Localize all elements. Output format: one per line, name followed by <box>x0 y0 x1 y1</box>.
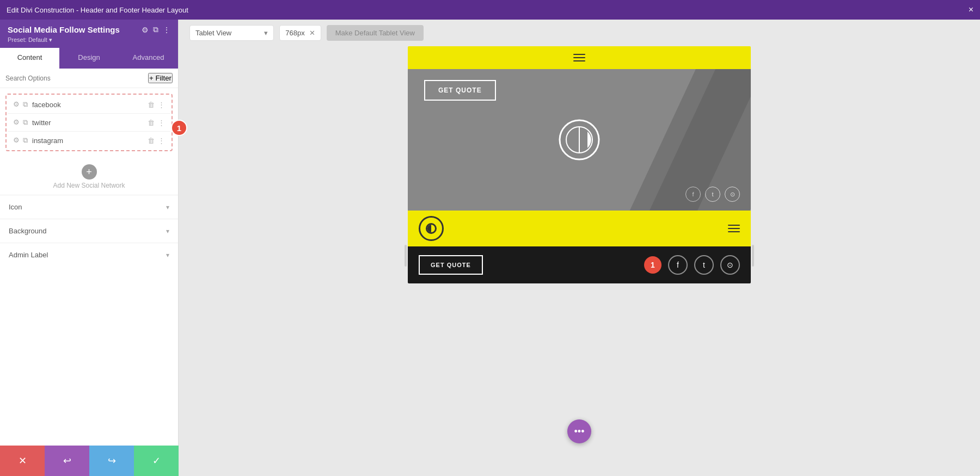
social-item-instagram[interactable]: ⚙ ⧉ instagram 🗑 ⋮ <box>8 132 170 149</box>
add-plus-icon[interactable]: + <box>82 164 97 180</box>
social-item-twitter[interactable]: ⚙ ⧉ twitter 🗑 ⋮ <box>8 114 170 132</box>
social-network-list: ⚙ ⧉ facebook 🗑 ⋮ ⚙ ⧉ twitter 🗑 ⋮ ⚙ ⧉ <box>5 94 173 151</box>
logo-circle <box>419 216 444 241</box>
list-badge: 1 <box>171 120 187 136</box>
hero-twitter-icon[interactable]: t <box>705 187 720 202</box>
footer-instagram-icon[interactable]: ⊙ <box>720 255 740 275</box>
tab-advanced[interactable]: Advanced <box>119 48 178 69</box>
view-label: Tablet View <box>195 29 231 37</box>
accordion-admin-label-text: Admin Label <box>9 251 48 259</box>
accordion-icon: Icon ▾ <box>0 195 178 219</box>
hamburger-line <box>573 54 585 55</box>
hamburger-line <box>728 228 740 229</box>
view-selector[interactable]: Tablet View ▾ <box>189 25 274 41</box>
copy-icon[interactable]: ⧉ <box>23 100 28 109</box>
footer-hamburger-icon[interactable] <box>728 225 740 232</box>
left-panel: Social Media Follow Settings ⚙ ⧉ ⋮ Prese… <box>0 20 179 476</box>
panel-title: Social Media Follow Settings <box>8 25 137 34</box>
hero-logo-icon <box>558 118 601 162</box>
px-input[interactable]: 768px ✕ <box>279 25 321 41</box>
canvas-preview: GET QUOTE f t ⊙ <box>179 46 980 476</box>
add-network-label: Add New Social Network <box>53 182 125 189</box>
resize-handle-left[interactable] <box>403 46 408 465</box>
preview-wrapper: GET QUOTE f t ⊙ <box>408 46 751 465</box>
chevron-down-icon: ▾ <box>166 251 169 259</box>
footer-facebook-icon[interactable]: f <box>668 255 688 275</box>
social-name-facebook: facebook <box>32 101 148 109</box>
delete-icon[interactable]: 🗑 <box>148 101 155 109</box>
canvas-area: Tablet View ▾ 768px ✕ Make Default Table… <box>179 20 980 476</box>
social-name-instagram: instagram <box>32 137 148 145</box>
cancel-button[interactable]: ✕ <box>0 446 45 476</box>
hamburger-line <box>728 225 740 226</box>
clear-px-button[interactable]: ✕ <box>309 29 315 37</box>
logo-inner <box>426 223 437 234</box>
hamburger-line <box>573 60 585 61</box>
tabs: Content Design Advanced <box>0 48 178 69</box>
delete-icon[interactable]: 🗑 <box>148 119 155 127</box>
preview-header-yellow <box>408 46 751 69</box>
handle-bar <box>752 245 754 267</box>
hamburger-line <box>728 231 740 232</box>
title-bar: Edit Divi Construction - Header and Foot… <box>0 0 980 20</box>
redo-button[interactable]: ↪ <box>89 446 134 476</box>
more-icon[interactable]: ⋮ <box>158 119 165 127</box>
copy-icon[interactable]: ⧉ <box>23 118 28 127</box>
bottom-action-bar: ✕ ↩ ↪ ✓ <box>0 446 179 476</box>
save-button[interactable]: ✓ <box>134 446 179 476</box>
hero-social-icons: f t ⊙ <box>685 187 740 202</box>
preview-footer: GET QUOTE 1 f t ⊙ <box>408 246 751 283</box>
accordion-icon-label: Icon <box>9 203 22 211</box>
footer-twitter-icon[interactable]: t <box>694 255 714 275</box>
gear-icon[interactable]: ⚙ <box>13 118 20 127</box>
accordion-background: Background ▾ <box>0 219 178 243</box>
chevron-down-icon: ▾ <box>264 29 268 37</box>
footer-get-quote-button[interactable]: GET QUOTE <box>419 255 483 275</box>
gear-icon[interactable]: ⚙ <box>13 100 20 109</box>
preset-label[interactable]: Preset: Default ▾ <box>8 36 170 44</box>
delete-icon[interactable]: 🗑 <box>148 137 155 145</box>
accordion-background-label: Background <box>9 227 46 235</box>
hero-facebook-icon[interactable]: f <box>685 187 701 202</box>
preview-hero: GET QUOTE f t ⊙ <box>408 69 751 211</box>
handle-bar <box>405 245 407 267</box>
social-item-facebook[interactable]: ⚙ ⧉ facebook 🗑 ⋮ <box>8 96 170 114</box>
chevron-down-icon: ▾ <box>166 203 169 211</box>
undo-button[interactable]: ↩ <box>45 446 89 476</box>
preview-content: GET QUOTE f t ⊙ <box>408 46 751 283</box>
copy-icon[interactable]: ⧉ <box>23 136 28 145</box>
close-button[interactable]: × <box>969 5 973 14</box>
tab-content[interactable]: Content <box>0 48 59 69</box>
accordion-admin-label-header[interactable]: Admin Label ▾ <box>0 243 178 267</box>
panel-header: Social Media Follow Settings ⚙ ⧉ ⋮ Prese… <box>0 20 178 48</box>
settings-icon[interactable]: ⚙ <box>142 26 149 34</box>
tab-design[interactable]: Design <box>59 48 119 69</box>
preview-yellow-bar <box>408 211 751 246</box>
more-icon[interactable]: ⋮ <box>163 26 170 34</box>
filter-button[interactable]: + Filter <box>148 73 173 83</box>
canvas-toolbar: Tablet View ▾ 768px ✕ Make Default Table… <box>179 20 980 46</box>
social-name-twitter: twitter <box>32 119 148 127</box>
hero-instagram-icon[interactable]: ⊙ <box>725 187 740 202</box>
footer-badge: 1 <box>644 256 661 274</box>
duplicate-icon[interactable]: ⧉ <box>153 25 158 34</box>
hamburger-line <box>573 57 585 58</box>
resize-handle-right[interactable] <box>751 46 755 465</box>
window-title: Edit Divi Construction - Header and Foot… <box>7 6 188 14</box>
accordion-background-header[interactable]: Background ▾ <box>0 219 178 243</box>
more-icon[interactable]: ⋮ <box>158 137 165 145</box>
add-social-network[interactable]: + Add New Social Network <box>0 157 178 195</box>
accordion-admin-label: Admin Label ▾ <box>0 243 178 267</box>
make-default-button[interactable]: Make Default Tablet View <box>327 25 424 41</box>
hero-get-quote-button[interactable]: GET QUOTE <box>424 80 496 101</box>
more-icon[interactable]: ⋮ <box>158 101 165 109</box>
accordion-icon-header[interactable]: Icon ▾ <box>0 195 178 219</box>
gear-icon[interactable]: ⚙ <box>13 136 20 145</box>
hamburger-icon[interactable] <box>573 54 585 61</box>
search-input[interactable] <box>5 75 148 82</box>
search-bar: + Filter <box>0 69 178 88</box>
px-value: 768px <box>285 29 304 37</box>
chevron-down-icon: ▾ <box>166 227 169 235</box>
fab-button[interactable]: ••• <box>567 419 591 443</box>
